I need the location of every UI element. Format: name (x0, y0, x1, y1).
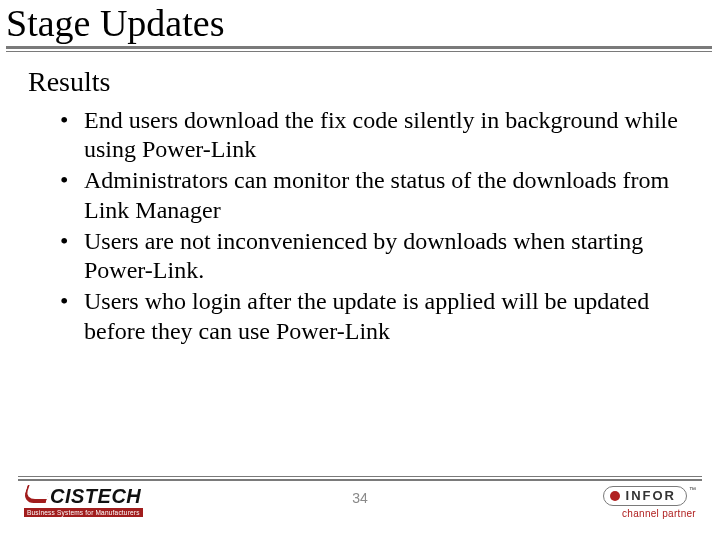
dot-icon (610, 491, 620, 501)
logo-infor-text: INFOR (626, 488, 676, 504)
logo-cistech-wordmark: CISTECH (24, 486, 194, 506)
list-item: End users download the fix code silently… (80, 106, 692, 165)
logo-infor-sub: channel partner (546, 508, 696, 519)
footer-rule (18, 476, 702, 480)
logo-cistech: CISTECH Business Systems for Manufacture… (24, 486, 194, 517)
bullet-list: End users download the fix code silently… (28, 106, 692, 346)
list-item: Users who login after the update is appl… (80, 287, 692, 346)
title-block: Stage Updates (0, 0, 720, 52)
slide-title: Stage Updates (6, 4, 712, 44)
list-item: Administrators can monitor the status of… (80, 166, 692, 225)
subhead: Results (28, 66, 692, 98)
slide: Stage Updates Results End users download… (0, 0, 720, 540)
logo-cistech-text: CISTECH (50, 486, 141, 506)
logo-infor-pill: INFOR (603, 486, 687, 506)
footer: 34 CISTECH Business Systems for Manufact… (0, 476, 720, 532)
body: Results End users download the fix code … (0, 52, 720, 346)
trademark-icon: ™ (689, 486, 696, 493)
title-rule (6, 46, 712, 52)
logo-cistech-tagline: Business Systems for Manufacturers (24, 508, 143, 517)
logo-infor: INFOR ™ channel partner (546, 486, 696, 519)
list-item: Users are not inconvenienced by download… (80, 227, 692, 286)
swoosh-icon (22, 485, 52, 503)
